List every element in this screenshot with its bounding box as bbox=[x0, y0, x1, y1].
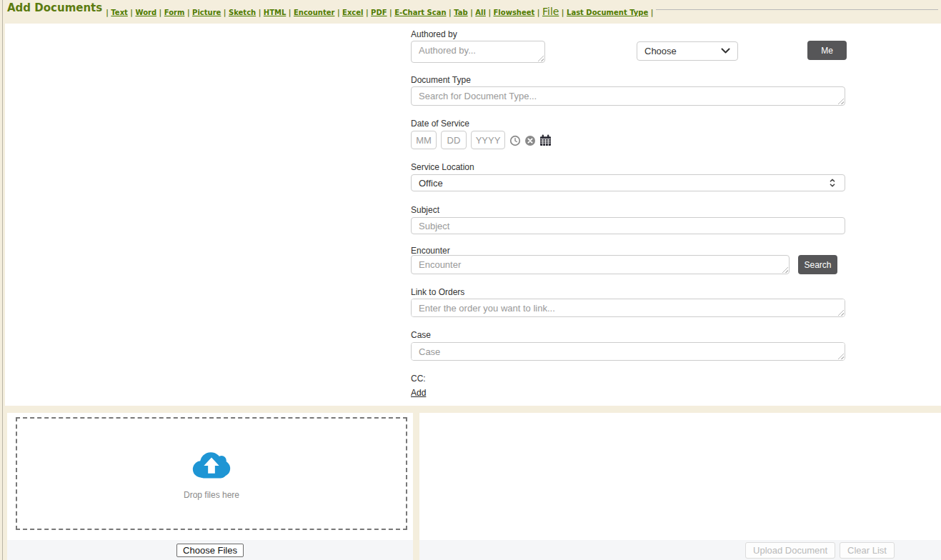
doc-type-link-html[interactable]: HTML bbox=[264, 9, 287, 16]
link-to-orders-input[interactable] bbox=[411, 299, 845, 317]
doc-type-link-sketch[interactable]: Sketch bbox=[229, 9, 256, 16]
link-separator: | bbox=[534, 9, 542, 16]
link-separator: | bbox=[486, 9, 494, 16]
clock-icon[interactable] bbox=[509, 135, 521, 146]
header: Add Documents | Text | Word | Form | Pic… bbox=[0, 0, 941, 24]
document-type-label: Document Type bbox=[411, 75, 471, 85]
doc-type-link-form[interactable]: Form bbox=[164, 9, 185, 16]
choose-files-bar: Choose Files bbox=[7, 540, 413, 560]
link-separator: | bbox=[363, 9, 371, 16]
link-separator: | bbox=[128, 9, 136, 16]
case-label: Case bbox=[411, 330, 431, 340]
date-yyyy-input[interactable] bbox=[471, 131, 505, 149]
choose-files-button[interactable]: Choose Files bbox=[176, 544, 244, 557]
encounter-label: Encounter bbox=[411, 246, 450, 256]
link-separator: | bbox=[387, 9, 395, 16]
main-panel: Authored by Choose Me Document Type Date… bbox=[5, 24, 941, 406]
subject-input[interactable] bbox=[411, 217, 845, 234]
subject-label: Subject bbox=[411, 205, 439, 215]
doc-type-link-tab[interactable]: Tab bbox=[454, 9, 467, 16]
link-separator: | bbox=[286, 9, 294, 16]
drop-files-zone[interactable]: Drop files here bbox=[16, 417, 407, 530]
link-separator: | bbox=[468, 9, 476, 16]
document-type-links: | Text | Word | Form | Picture | Sketch … bbox=[106, 4, 653, 18]
doc-type-link-picture[interactable]: Picture bbox=[192, 9, 221, 16]
authored-by-choose-select[interactable]: Choose bbox=[637, 41, 738, 61]
date-dd-input[interactable] bbox=[441, 131, 467, 149]
link-separator: | bbox=[559, 9, 567, 16]
doc-type-link-excel[interactable]: Excel bbox=[342, 9, 363, 16]
me-button[interactable]: Me bbox=[807, 41, 847, 60]
file-drop-panel: Drop files here Choose Files bbox=[7, 413, 413, 560]
calendar-icon[interactable] bbox=[539, 134, 552, 146]
doc-type-link-encounter[interactable]: Encounter bbox=[294, 9, 334, 16]
chevron-down-icon bbox=[721, 48, 730, 54]
doc-type-link-last-document-type[interactable]: Last Document Type bbox=[567, 9, 648, 16]
doc-type-link-flowsheet[interactable]: Flowsheet bbox=[494, 9, 535, 16]
link-separator: | bbox=[221, 9, 229, 16]
clear-date-icon[interactable] bbox=[524, 135, 536, 146]
header-rule bbox=[656, 9, 938, 10]
doc-type-link-file[interactable]: File bbox=[542, 6, 559, 17]
link-separator: | bbox=[334, 9, 342, 16]
cloud-upload-icon bbox=[189, 448, 234, 485]
encounter-search-button[interactable]: Search bbox=[798, 255, 837, 274]
doc-type-link-word[interactable]: Word bbox=[136, 9, 157, 16]
cc-label: CC: bbox=[411, 374, 426, 384]
clear-list-button[interactable]: Clear List bbox=[840, 542, 895, 559]
upload-document-button[interactable]: Upload Document bbox=[745, 542, 835, 559]
link-to-orders-label: Link to Orders bbox=[411, 287, 464, 297]
date-mm-input[interactable] bbox=[411, 131, 437, 149]
page-title: Add Documents bbox=[7, 2, 102, 14]
link-separator: | bbox=[648, 9, 653, 16]
upload-actions-bar: Upload Document Clear List bbox=[419, 540, 941, 560]
case-input[interactable] bbox=[411, 342, 845, 361]
encounter-input[interactable] bbox=[411, 255, 790, 274]
authored-by-input[interactable] bbox=[411, 41, 545, 63]
upload-list-panel: Upload Document Clear List bbox=[419, 413, 941, 560]
document-type-input[interactable] bbox=[411, 86, 845, 106]
service-location-label: Service Location bbox=[411, 162, 474, 172]
doc-type-link-text[interactable]: Text bbox=[111, 9, 128, 16]
authored-by-label: Authored by bbox=[411, 29, 457, 39]
link-separator: | bbox=[256, 9, 264, 16]
service-location-select[interactable]: Office bbox=[411, 174, 845, 191]
drop-files-text: Drop files here bbox=[184, 490, 239, 500]
date-of-service-label: Date of Service bbox=[411, 119, 469, 129]
service-location-value: Office bbox=[419, 178, 827, 189]
cc-add-link[interactable]: Add bbox=[411, 388, 426, 398]
doc-type-link-pdf[interactable]: PDF bbox=[371, 9, 387, 16]
doc-type-link-e-chart-scan[interactable]: E-Chart Scan bbox=[394, 9, 446, 16]
page-left-border bbox=[2, 0, 3, 560]
link-separator: | bbox=[184, 9, 192, 16]
link-separator: | bbox=[156, 9, 164, 16]
link-separator: | bbox=[447, 9, 454, 16]
choose-select-value: Choose bbox=[644, 46, 721, 56]
up-down-arrows-icon bbox=[827, 178, 837, 188]
doc-type-link-all[interactable]: All bbox=[475, 9, 486, 16]
